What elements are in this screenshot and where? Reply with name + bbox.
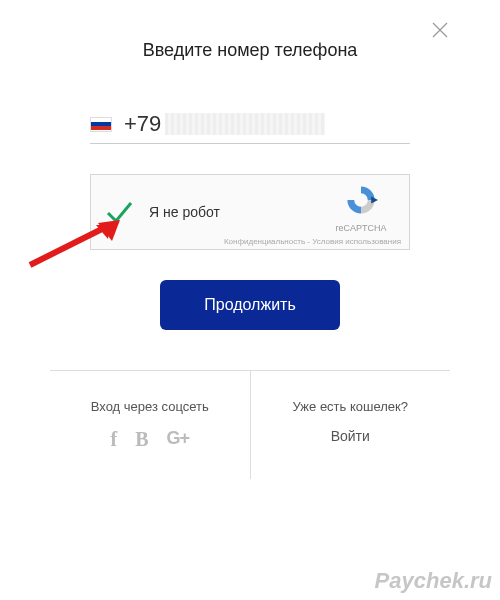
footer: Вход через соцсеть f B G+ Уже есть кошел…: [50, 371, 450, 479]
recaptcha-brand-text: reCAPTCHA: [323, 223, 399, 233]
phone-entry-modal: Введите номер телефона +79 Я не робот re…: [30, 0, 470, 479]
continue-button[interactable]: Продолжить: [160, 280, 339, 330]
vk-icon[interactable]: B: [135, 428, 148, 451]
phone-prefix: +79: [124, 111, 161, 137]
phone-input-row[interactable]: +79: [90, 111, 410, 144]
close-button[interactable]: [428, 18, 452, 42]
svg-marker-2: [371, 197, 378, 204]
login-link[interactable]: Войти: [261, 428, 441, 444]
phone-number-masked[interactable]: [165, 113, 325, 135]
modal-title: Введите номер телефона: [40, 40, 460, 61]
recaptcha-badge: reCAPTCHA: [323, 183, 399, 233]
google-plus-icon[interactable]: G+: [167, 428, 190, 451]
watermark-text: Paychek.ru: [375, 568, 492, 594]
recaptcha-terms-link[interactable]: Условия использования: [312, 237, 401, 246]
social-login-title: Вход через соцсеть: [60, 399, 240, 414]
recaptcha-privacy-link[interactable]: Конфиденциальность: [224, 237, 305, 246]
recaptcha-box[interactable]: Я не робот reCAPTCHA Конфиденциальность …: [90, 174, 410, 250]
country-flag-icon[interactable]: [90, 117, 112, 132]
recaptcha-legal-links[interactable]: Конфиденциальность - Условия использован…: [224, 237, 401, 246]
recaptcha-label: Я не робот: [149, 204, 220, 220]
existing-wallet-title: Уже есть кошелек?: [261, 399, 441, 414]
recaptcha-check-icon: [103, 196, 135, 228]
existing-wallet-col: Уже есть кошелек? Войти: [250, 371, 451, 479]
facebook-icon[interactable]: f: [110, 428, 117, 451]
recaptcha-logo-icon: [344, 183, 378, 217]
social-login-col: Вход через соцсеть f B G+: [50, 371, 250, 479]
close-icon: [431, 21, 449, 39]
